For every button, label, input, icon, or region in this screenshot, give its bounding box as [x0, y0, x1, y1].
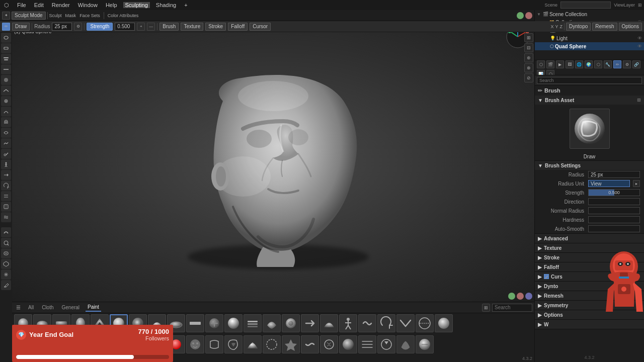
tool-elastic[interactable] — [1, 128, 11, 138]
tool-rotate[interactable] — [1, 180, 11, 191]
brush-search-input[interactable] — [492, 304, 532, 312]
prop-icon-view[interactable]: 🖼 — [566, 60, 574, 68]
tool-scrape[interactable] — [1, 85, 11, 96]
prop-icon-particles[interactable]: ✏ — [613, 60, 621, 68]
strength-btn[interactable]: Strength — [87, 23, 113, 31]
prop-icon-data[interactable]: 📊 — [537, 70, 545, 75]
dyntopo-dropdown[interactable]: Dyntopo — [566, 23, 591, 31]
prop-icon-physics[interactable]: ⚙ — [623, 60, 631, 68]
stroke-dropdown[interactable]: Stroke — [205, 23, 226, 31]
tool-clay[interactable] — [1, 43, 11, 53]
tool-mask[interactable] — [1, 248, 11, 258]
remesh-dropdown[interactable]: Remesh — [592, 23, 617, 31]
tool-nudge[interactable] — [1, 170, 11, 180]
cursor-dropdown[interactable]: Cursor — [250, 23, 271, 31]
y-axis-toggle[interactable]: Y — [555, 24, 558, 29]
brush-panel-menu[interactable]: ☰ — [14, 304, 22, 312]
brush-asset-section-header[interactable]: ▼ Brush Asset ⊞ — [535, 96, 644, 105]
prop-icon-object[interactable]: ⬡ — [594, 60, 602, 68]
prop-icon-world[interactable]: 🌍 — [585, 60, 593, 68]
remesh-header[interactable]: ▶ Remesh — [535, 291, 644, 300]
menu-render[interactable]: Render — [50, 2, 72, 8]
scene-eye-quadsphere[interactable]: 👁 — [637, 44, 642, 49]
strength-icon1[interactable]: + — [137, 23, 145, 31]
color-dot-green[interactable] — [517, 12, 524, 19]
brush-tab-cloth[interactable]: Cloth — [40, 304, 55, 311]
brush-r2-11[interactable] — [205, 335, 223, 353]
brush-flatten[interactable] — [186, 314, 204, 332]
x-axis-toggle[interactable]: X — [551, 24, 554, 29]
brush-r2-10[interactable] — [186, 335, 204, 353]
hardness-bar[interactable] — [588, 216, 640, 223]
brush-inflate[interactable] — [224, 314, 243, 332]
strength-bar[interactable]: 0.500 — [588, 189, 640, 196]
color-ind-1[interactable] — [508, 293, 515, 300]
prop-icon-output[interactable]: ▶ — [556, 60, 564, 68]
brush-multi[interactable] — [282, 314, 300, 332]
viewport-btn-2[interactable]: ⊞ — [524, 33, 533, 42]
prop-icon-scene[interactable]: ⬡ — [537, 60, 545, 68]
color-ind-2[interactable] — [517, 293, 524, 300]
tool-boundary[interactable] — [1, 202, 11, 212]
brush-tab-paint[interactable]: Paint — [86, 303, 101, 312]
scene-scene-collection[interactable]: ▼ 🎬 Scene Collection — [535, 10, 644, 18]
sculpt-mode-icon[interactable]: ✦ — [2, 12, 10, 20]
symmetry-header[interactable]: ▶ Symmetry — [535, 301, 644, 310]
viewport-btn-4[interactable]: ⊛ — [524, 53, 533, 62]
brush-r2-15[interactable] — [282, 335, 300, 353]
scene-item-light[interactable]: 💡 Light 👁 — [535, 34, 644, 42]
viewport-btn-5[interactable]: ⊗ — [524, 63, 533, 72]
menu-edit[interactable]: Edit — [32, 2, 46, 8]
mask-menu[interactable]: Mask — [65, 13, 76, 18]
radius-unit-value[interactable]: View — [588, 180, 630, 187]
brush-dropdown[interactable]: Brush — [159, 23, 179, 31]
tool-clay2[interactable] — [1, 54, 11, 64]
tool-smooth[interactable] — [1, 227, 11, 237]
tool-draw2[interactable] — [1, 33, 11, 43]
texture-header[interactable]: ▶ Texture — [535, 243, 644, 252]
tool-snake[interactable] — [1, 138, 11, 148]
tool-enhance[interactable] — [1, 238, 11, 248]
prop-icon-scene2[interactable]: 🌐 — [575, 60, 583, 68]
dynto-header[interactable]: ▶ Dynto — [535, 282, 644, 291]
falloff-header[interactable]: ▶ Falloff — [535, 262, 644, 272]
brush-layer[interactable] — [244, 314, 262, 332]
tool-flatten[interactable] — [1, 64, 11, 74]
blender-logo-menu[interactable]: ⬡ — [2, 2, 11, 9]
brush-tab-all[interactable]: All — [26, 304, 36, 311]
tool-thumb[interactable] — [1, 149, 11, 159]
brush-pinch[interactable] — [320, 314, 338, 332]
brush-mode-dropdown[interactable]: Draw — [12, 23, 30, 31]
radius-link-icon[interactable]: ⚙ — [74, 23, 82, 31]
brush-rotate[interactable] — [377, 314, 395, 332]
menu-window[interactable]: Window — [76, 2, 100, 8]
menu-sculpting[interactable]: Sculpting — [123, 2, 150, 8]
radius-prop-value[interactable]: 25 px — [588, 171, 640, 178]
view-menu[interactable]: Sculpt — [49, 13, 62, 18]
properties-search-input[interactable] — [537, 77, 642, 84]
brush-r2-16[interactable] — [301, 335, 319, 353]
tool-grab[interactable] — [1, 117, 11, 127]
brush-mask[interactable] — [263, 314, 281, 332]
menu-help[interactable]: Help — [104, 2, 119, 8]
brush-r2-19[interactable] — [358, 335, 376, 353]
tool-pinch[interactable] — [1, 107, 11, 117]
brush-r2-21[interactable] — [396, 335, 415, 353]
brush-relax[interactable] — [358, 314, 376, 332]
brush-tab-general[interactable]: General — [59, 304, 82, 311]
scene-eye-light[interactable]: 👁 — [637, 36, 642, 41]
normal-radius-bar[interactable] — [588, 207, 640, 214]
prop-icon-mat[interactable]: ⬡ — [546, 70, 554, 75]
w-header[interactable]: ▶ W — [535, 320, 644, 329]
brush-r2-13[interactable] — [244, 335, 262, 353]
3d-viewport[interactable]: User Perspective (1) Quad Sphere X Y Z — [12, 21, 534, 302]
viewport-btn-3[interactable]: ⊟ — [524, 43, 533, 52]
tool-annotation[interactable] — [1, 280, 11, 290]
scene-item-quadsphere[interactable]: ⬡ Quad Sphere 👁 — [535, 42, 644, 50]
brush-r2-14[interactable] — [263, 335, 281, 353]
prop-icon-constraints[interactable]: 🔗 — [632, 60, 640, 68]
brush-r2-18[interactable] — [339, 335, 357, 353]
z-axis-toggle[interactable]: Z — [560, 24, 563, 29]
options-dropdown[interactable]: Options — [619, 23, 642, 31]
direction-bar[interactable] — [588, 198, 640, 205]
